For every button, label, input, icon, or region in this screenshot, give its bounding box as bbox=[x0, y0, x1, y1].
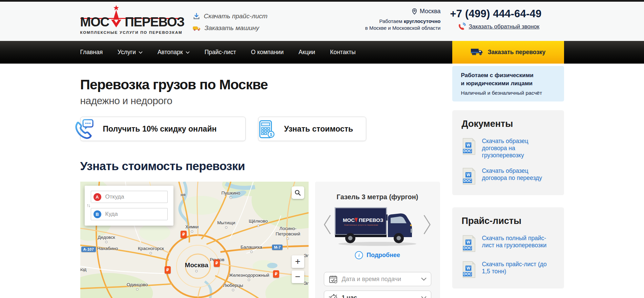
nav-items: Главная Услуги Автопарк Прайс-лист О ком… bbox=[80, 41, 356, 64]
city-selector[interactable]: Москва bbox=[412, 8, 440, 15]
nav-item-about[interactable]: О компании bbox=[251, 49, 284, 56]
cta-truck-icon bbox=[471, 48, 483, 57]
nav-item-promos[interactable]: Акции bbox=[298, 49, 315, 56]
clients-info-subtitle: Наличный и безналичный расчёт bbox=[461, 90, 555, 96]
carousel-prev-button[interactable] bbox=[323, 214, 331, 236]
map-city-label: Эл bbox=[304, 253, 308, 258]
calculator-icon: $ bbox=[257, 120, 276, 139]
svg-text:DOC: DOC bbox=[463, 179, 471, 183]
pricelist-download-item[interactable]: W DOC Скачать прайс-лист (до 1,5 тонн) bbox=[462, 261, 555, 278]
map-city-label: Пушкино bbox=[221, 190, 240, 199]
chevron-down-icon bbox=[421, 277, 427, 281]
map-city-label: род bbox=[80, 267, 87, 272]
chevron-down-icon bbox=[186, 51, 190, 54]
chevron-right-icon bbox=[423, 214, 431, 235]
sidebar: Работаем с физическими и юридическими ли… bbox=[452, 64, 564, 298]
cta-row: Получить 10% скидку онлайн bbox=[80, 117, 440, 141]
map-city-label: Дедовск bbox=[98, 235, 115, 243]
route-to-field: B bbox=[91, 208, 168, 220]
map-city-label: Железнодорожный bbox=[229, 273, 269, 281]
map-city-label: Балашиха bbox=[241, 245, 262, 253]
nav-item-contacts[interactable]: Контакты bbox=[330, 49, 356, 56]
cost-button-label: Узнать стоимость bbox=[284, 124, 353, 134]
phone-block: +7 (499) 444-64-49 Заказать обратный зво… bbox=[450, 8, 564, 32]
city-label: Москва bbox=[420, 8, 440, 15]
vehicle-carousel: Газель 3 метра (фургон) МОС ПЕРЕВОЗ bbox=[315, 182, 440, 298]
svg-text:DOC: DOC bbox=[463, 149, 471, 153]
order-transport-button[interactable]: Заказать перевозку bbox=[452, 41, 564, 64]
map-city-label: Химки bbox=[185, 224, 199, 233]
discount-button-label: Получить 10% скидку онлайн bbox=[103, 124, 217, 134]
main-nav: Главная Услуги Автопарк Прайс-лист О ком… bbox=[0, 41, 644, 64]
map-city-label: ня bbox=[181, 192, 186, 197]
page-title: Перевозка грузов по Москве bbox=[80, 77, 440, 92]
date-time-value: Дата и время подачи bbox=[342, 276, 417, 283]
point-b-marker: B bbox=[94, 210, 101, 218]
date-time-select[interactable]: Дата и время подачи bbox=[324, 272, 431, 286]
doc-file-icon: W DOC bbox=[462, 138, 476, 155]
vehicle-title: Газель 3 метра (фургон) bbox=[315, 193, 440, 201]
map-search-button[interactable] bbox=[292, 186, 304, 199]
worktime-line1: Работаем круглосуточно bbox=[360, 18, 441, 25]
svg-text:i: i bbox=[358, 253, 360, 258]
phone-number: +7 (499) 444-64-49 bbox=[450, 8, 564, 20]
road-badge: М-7 bbox=[272, 245, 283, 250]
route-to-input[interactable] bbox=[91, 208, 168, 220]
fuel-marker: ₽ bbox=[273, 270, 279, 278]
point-a-marker: A bbox=[94, 193, 101, 201]
map-zoom-in-button[interactable]: + bbox=[292, 255, 304, 268]
map-city-label: Москва bbox=[185, 261, 208, 272]
clients-info-title: Работаем с физическими и юридическими ли… bbox=[461, 71, 555, 88]
document-link: Скачать образец договора на грузоперевоз… bbox=[482, 138, 548, 159]
doc-file-icon: W DOC bbox=[462, 235, 476, 252]
nav-item-fleet[interactable]: Автопарк bbox=[158, 49, 190, 56]
cost-button[interactable]: $ Узнать стоимость bbox=[258, 117, 366, 141]
map-city-label: Мытищи bbox=[217, 220, 235, 229]
nav-item-pricelist[interactable]: Прайс-лист bbox=[205, 49, 236, 56]
location-block: Москва Работаем круглосуточно в Москве и… bbox=[360, 8, 441, 32]
svg-text:ПЕРЕВОЗ: ПЕРЕВОЗ bbox=[359, 217, 383, 223]
svg-text:Комплексные услуги по перевозк: Комплексные услуги по перевозкам bbox=[344, 224, 378, 226]
search-icon bbox=[294, 189, 301, 196]
calendar-icon bbox=[329, 275, 338, 284]
logo-word-left: МОС bbox=[80, 15, 109, 29]
documents-title: Документы bbox=[462, 119, 555, 129]
header-quick-links: Скачать прайс-лист Заказать машину bbox=[193, 13, 268, 32]
route-form: A B ↑↓ bbox=[85, 186, 173, 226]
chevron-left-icon bbox=[323, 214, 331, 235]
discount-button[interactable]: Получить 10% скидку онлайн bbox=[80, 117, 246, 141]
vehicle-details-label: Подробнее bbox=[367, 252, 400, 259]
duration-select[interactable]: 1 час bbox=[324, 291, 431, 298]
chevron-down-icon bbox=[421, 296, 427, 298]
order-truck-label: Заказать машину bbox=[205, 24, 259, 32]
swap-points-button[interactable]: ↑↓ bbox=[85, 203, 91, 208]
document-download-item[interactable]: W DOC Скачать образец договора по переез… bbox=[462, 167, 555, 185]
carousel-next-button[interactable] bbox=[423, 214, 431, 236]
map-zoom-out-button[interactable]: − bbox=[292, 271, 304, 283]
truck-icon bbox=[193, 25, 201, 31]
route-map[interactable]: Пушкино Щёлково Мытищи Лосино-Петровский… bbox=[80, 182, 309, 298]
download-pricelist-link[interactable]: Скачать прайс-лист bbox=[193, 13, 268, 20]
document-download-item[interactable]: W DOC Скачать образец договора на грузоп… bbox=[462, 138, 555, 159]
vehicle-stage: МОС ПЕРЕВОЗ Комплексные услуги по перево… bbox=[315, 204, 440, 248]
pricelists-title: Прайс-листы bbox=[462, 216, 555, 226]
nav-item-services[interactable]: Услуги bbox=[118, 49, 143, 56]
map-city-label: Эл bbox=[304, 281, 308, 286]
logo[interactable]: МОС ПЕРЕВОЗ КОМПЛЕКСНЫЕ УСЛУГИ ПО ПЕРЕВО… bbox=[80, 5, 181, 38]
download-pricelist-label: Скачать прайс-лист bbox=[204, 13, 268, 20]
map-city-label: Нахабино bbox=[97, 246, 118, 251]
svg-text:DOC: DOC bbox=[463, 272, 471, 276]
logo-tagline: КОМПЛЕКСНЫЕ УСЛУГИ ПО ПЕРЕВОЗКАМ bbox=[80, 30, 181, 35]
map-city-label: Красногорск bbox=[138, 246, 164, 254]
route-from-input[interactable] bbox=[91, 191, 168, 203]
clients-info-box: Работаем с физическими и юридическими ли… bbox=[452, 66, 564, 101]
calc-section-heading: Узнать стоимость перевозки bbox=[80, 159, 440, 173]
info-icon: i bbox=[355, 251, 363, 259]
pricelist-download-item[interactable]: W DOC Скачать полный прайс-лист на грузо… bbox=[462, 235, 555, 252]
svg-text:W: W bbox=[466, 266, 471, 271]
map-city-label: Щёлково bbox=[249, 219, 268, 227]
order-truck-link[interactable]: Заказать машину bbox=[193, 24, 268, 32]
callback-button[interactable]: Заказать обратный звонок bbox=[450, 23, 564, 31]
nav-item-home[interactable]: Главная bbox=[80, 49, 103, 56]
vehicle-details-link[interactable]: i Подробнее bbox=[355, 251, 400, 259]
